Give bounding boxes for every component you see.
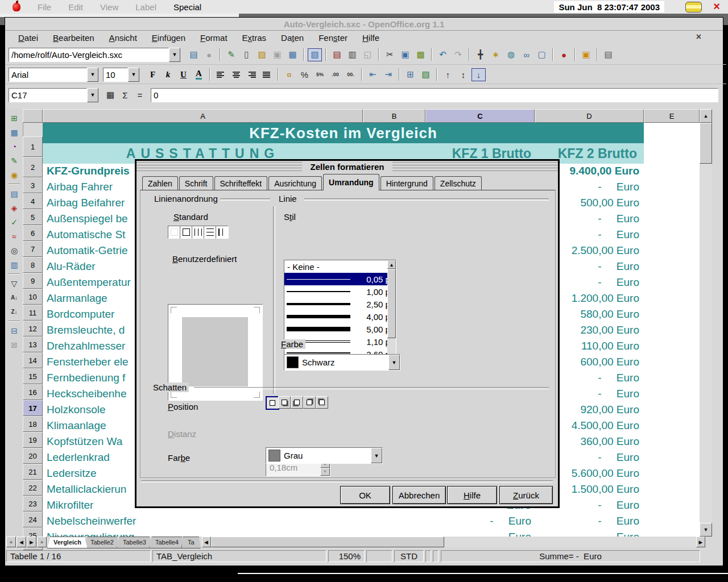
- cell-d26[interactable]: - Euro: [535, 531, 643, 537]
- undo-icon[interactable]: ↶: [436, 48, 450, 61]
- line-style-1-00-pt[interactable]: 1,00 pt: [284, 285, 396, 298]
- decrease-indent-icon[interactable]: ⇤: [366, 68, 380, 81]
- tab-zahlen[interactable]: Zahlen: [142, 176, 178, 190]
- italic-icon[interactable]: k: [161, 68, 175, 81]
- shadow-none[interactable]: [266, 396, 279, 410]
- row-header-4[interactable]: 4: [23, 193, 43, 209]
- close-icon[interactable]: ×: [713, 0, 720, 13]
- column-header-c[interactable]: C: [425, 109, 535, 123]
- form-controls-icon[interactable]: ◉: [7, 168, 21, 181]
- tab-zellschutz[interactable]: Zellschutz: [435, 176, 482, 190]
- cell-reference-dropdown-icon[interactable]: ▼: [87, 88, 98, 102]
- prev-sheet-icon[interactable]: ◀: [16, 537, 26, 547]
- row-header-18[interactable]: 18: [23, 416, 43, 432]
- cell-a18[interactable]: Holzkonsole: [47, 404, 106, 416]
- bold-icon[interactable]: F: [146, 68, 160, 81]
- align-center-icon[interactable]: [229, 68, 243, 81]
- cell-a17[interactable]: Heckscheibenhe: [47, 388, 126, 400]
- row-header-17[interactable]: 17: [23, 400, 43, 416]
- row-header-13[interactable]: 13: [23, 336, 43, 352]
- increase-indent-icon[interactable]: ⇥: [381, 68, 395, 81]
- cell-d25[interactable]: - Euro: [535, 515, 643, 527]
- horizontal-scroll-thumb[interactable]: [211, 537, 444, 547]
- align-vcenter-icon[interactable]: ↕: [456, 68, 470, 81]
- cell-a21[interactable]: Lederlenkrad: [47, 451, 110, 464]
- line-style-0-05-pt[interactable]: 0,05 pt: [284, 273, 396, 285]
- shadow-color-dropdown-icon[interactable]: ▼: [371, 448, 382, 463]
- sheet-tab-vergleich[interactable]: Vergleich: [47, 537, 88, 548]
- align-justify-icon[interactable]: [260, 68, 274, 81]
- percent-format-icon[interactable]: %: [297, 68, 312, 81]
- hyperlink-icon[interactable]: ∞: [519, 48, 533, 61]
- status-insert-mode[interactable]: STD: [394, 550, 424, 562]
- datasources-icon[interactable]: ▥: [7, 258, 21, 271]
- mac-menu-special[interactable]: Special: [173, 2, 201, 12]
- sort-ascending-icon[interactable]: A↓: [7, 291, 21, 304]
- formula-input[interactable]: [151, 88, 718, 102]
- row-header-6[interactable]: 6: [23, 225, 43, 241]
- sheet-tab-tabelle4[interactable]: Tabelle4: [149, 537, 185, 548]
- menu-ansicht[interactable]: Ansicht: [102, 32, 144, 44]
- line-color-dropdown-icon[interactable]: ▼: [388, 355, 400, 370]
- sort-descending-icon[interactable]: Z↓: [7, 305, 21, 318]
- export-document-icon[interactable]: ▦: [286, 48, 300, 61]
- row-header-9[interactable]: 9: [23, 273, 43, 289]
- cell-a20[interactable]: Kopfstützen Wa: [47, 435, 122, 448]
- row-header-24[interactable]: 24: [23, 512, 43, 527]
- group-icon[interactable]: ⊟: [7, 324, 21, 337]
- shadow-top-right[interactable]: [303, 396, 316, 409]
- cell-a12[interactable]: Bordcomputer: [47, 308, 114, 321]
- cut-icon[interactable]: ✂: [383, 48, 397, 61]
- tab-hintergrund[interactable]: Hintergrund: [380, 176, 433, 190]
- underline-icon[interactable]: U: [176, 68, 191, 81]
- line-color-combobox[interactable]: Schwarz ▼: [284, 354, 400, 371]
- delete-decimal-icon[interactable]: 00.: [344, 68, 358, 81]
- preset-box-horizontal[interactable]: [204, 226, 217, 239]
- line-style-4-00-pt[interactable]: 4,00 pt: [284, 310, 396, 323]
- horizontal-scrollbar[interactable]: [211, 537, 697, 547]
- cell-a16[interactable]: Fernbedienung f: [47, 372, 125, 384]
- first-sheet-icon[interactable]: «: [6, 537, 16, 547]
- row-header-11[interactable]: 11: [23, 305, 43, 321]
- menu-format[interactable]: Format: [193, 32, 235, 44]
- sheet-tab-ta[interactable]: Ta: [181, 537, 201, 548]
- cell-a24[interactable]: Mikrofilter: [47, 499, 93, 512]
- zoom-icon[interactable]: ▢: [535, 48, 549, 61]
- tab-umrandung[interactable]: Umrandung: [323, 174, 379, 190]
- line-style-5-00-pt[interactable]: 5,00 pt: [284, 323, 396, 335]
- url-input[interactable]: [9, 48, 169, 62]
- apple-menu-icon[interactable]: [13, 3, 20, 11]
- cell-a23[interactable]: Metalliclackierun: [47, 483, 126, 496]
- gallery-icon[interactable]: ◍: [504, 48, 518, 61]
- select-all-corner[interactable]: [23, 109, 43, 123]
- font-size-dropdown-icon[interactable]: ▼: [128, 68, 139, 82]
- navigator-icon[interactable]: ╋: [473, 48, 487, 61]
- row-header-20[interactable]: 20: [23, 448, 43, 464]
- list-scrollbar[interactable]: ▲ ▼: [387, 260, 396, 364]
- column-header-d[interactable]: D: [535, 109, 644, 123]
- print-file-icon[interactable]: ▤: [330, 48, 344, 61]
- align-left-icon[interactable]: [214, 68, 228, 81]
- cell-a10[interactable]: Außentemperatur: [47, 276, 131, 289]
- spellcheck-icon[interactable]: ✓: [7, 215, 21, 228]
- menu-einfügen[interactable]: Einfügen: [144, 32, 193, 44]
- open-document-icon[interactable]: ▨: [255, 48, 269, 61]
- url-dropdown-icon[interactable]: ▼: [169, 48, 180, 62]
- spin-down-icon[interactable]: ▼: [320, 468, 330, 476]
- row-header-15[interactable]: 15: [23, 368, 43, 384]
- function-wizard-icon[interactable]: ▦: [103, 90, 118, 100]
- row-header-14[interactable]: 14: [23, 352, 43, 368]
- stylist-icon[interactable]: ∗: [489, 48, 503, 61]
- cell-c25[interactable]: - Euro: [425, 515, 533, 527]
- cell-a19[interactable]: Klimaanlage: [47, 419, 106, 432]
- tab-scroll-left-icon[interactable]: ◀: [202, 537, 211, 547]
- insert-object-icon[interactable]: ▤: [7, 187, 21, 200]
- edit-mode-icon[interactable]: ▧: [308, 48, 322, 61]
- cell-a11[interactable]: Alarmanlage: [47, 292, 107, 305]
- column-header-e[interactable]: E: [644, 109, 700, 123]
- menu-bearbeiten[interactable]: Bearbeiten: [46, 32, 102, 44]
- row-header-19[interactable]: 19: [23, 432, 43, 448]
- help-button[interactable]: Hilfe: [447, 486, 497, 504]
- shadow-bottom-left[interactable]: [291, 396, 303, 409]
- window-restore-icon[interactable]: [685, 2, 702, 13]
